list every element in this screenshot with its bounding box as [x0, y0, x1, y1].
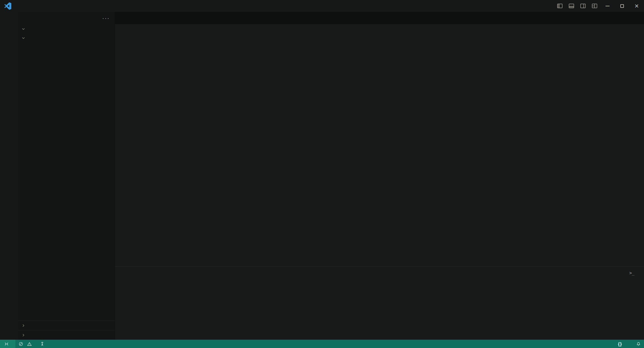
braces-icon: {} [618, 341, 622, 347]
ports-indicator[interactable] [37, 340, 50, 348]
terminal-shell-icon: >_ [629, 270, 634, 275]
customize-layout-icon[interactable] [589, 0, 600, 12]
cursor-position[interactable] [591, 340, 597, 348]
chevron-right-icon [20, 323, 26, 328]
error-icon [18, 341, 23, 346]
title-bar: × [0, 0, 644, 12]
bottom-panel: >_ [115, 266, 644, 340]
chevron-down-icon [20, 27, 26, 31]
panel-header: >_ [115, 267, 644, 279]
chevron-down-icon [20, 36, 26, 40]
os-indicator[interactable] [627, 340, 633, 348]
remote-icon [4, 341, 9, 346]
sidebar-spacer [18, 43, 115, 321]
open-editors-header[interactable] [18, 24, 115, 33]
remote-indicator[interactable] [0, 340, 15, 348]
bell-icon [636, 341, 641, 346]
workspace-header[interactable] [18, 33, 115, 43]
encoding[interactable] [603, 340, 609, 348]
vim-mode[interactable] [50, 340, 56, 348]
indentation[interactable] [597, 340, 603, 348]
editor-area: >_ [115, 12, 644, 340]
terminal[interactable] [115, 279, 644, 340]
notifications-bell[interactable] [633, 340, 644, 348]
warning-icon [27, 341, 32, 346]
terminal-actions: >_ [629, 267, 644, 279]
titlebar-actions: × [554, 0, 644, 12]
eol-sequence[interactable] [609, 340, 615, 348]
toggle-sidebar-icon[interactable] [554, 0, 566, 12]
close-window-button[interactable]: × [629, 0, 644, 12]
workbench: ··· [0, 12, 644, 340]
explorer-sidebar: ··· [18, 12, 115, 340]
maximize-button[interactable] [615, 0, 629, 12]
language-mode[interactable]: {} [615, 340, 627, 348]
activity-bar [0, 12, 18, 340]
problems-indicator[interactable] [15, 340, 37, 348]
code-editor[interactable] [115, 33, 644, 266]
vscode-logo-icon [4, 2, 12, 10]
vscode-window: × ··· [0, 0, 644, 348]
timeline-header[interactable] [18, 330, 115, 340]
tab-bar [115, 12, 644, 24]
minimize-button[interactable] [600, 0, 615, 12]
radio-tower-icon [40, 341, 45, 346]
explorer-more-actions-icon[interactable]: ··· [102, 17, 110, 19]
editor-actions [640, 12, 644, 24]
toggle-panel-icon[interactable] [566, 0, 577, 12]
breadcrumb [115, 24, 644, 33]
status-bar-right: {} [591, 340, 644, 348]
chevron-right-icon [20, 333, 26, 337]
code-lines [115, 33, 644, 35]
toggle-secondary-sidebar-icon[interactable] [577, 0, 589, 12]
outline-header[interactable] [18, 321, 115, 330]
sidebar-title-row: ··· [18, 12, 115, 24]
status-bar: {} [0, 340, 644, 348]
